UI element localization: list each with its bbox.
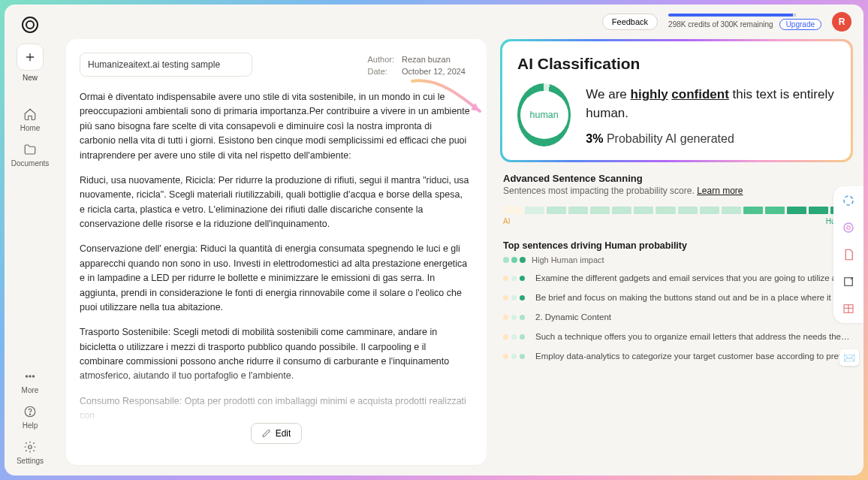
impact-dots <box>503 295 525 300</box>
credits-progress-bar <box>668 14 796 17</box>
meta-date-label: Date: <box>368 66 400 77</box>
svg-point-0 <box>26 376 27 377</box>
impact-dots <box>503 354 525 359</box>
folder-icon <box>23 143 37 156</box>
classification-title: AI Classification <box>517 55 836 73</box>
mail-chip[interactable]: ✉️ <box>839 349 859 366</box>
sentence-row[interactable]: Examine the different gadgets and email … <box>503 273 850 282</box>
sidebar-item-documents[interactable]: Documents <box>11 143 50 168</box>
spectrum-segment <box>590 207 610 214</box>
svg-point-6 <box>844 196 853 205</box>
legend-dot <box>503 257 509 263</box>
sentence-text: Be brief and focus on making the buttons… <box>535 293 850 302</box>
impact-legend: High Human impact <box>503 255 850 264</box>
upgrade-button[interactable]: Upgrade <box>779 19 821 30</box>
document-meta: Author:Rezan buzan Date:October 12, 2024 <box>366 53 473 78</box>
app-logo <box>22 17 38 33</box>
spectrum-segment <box>525 207 544 214</box>
spectrum-segment <box>634 207 653 214</box>
legend-dot <box>511 257 517 263</box>
svg-point-8 <box>847 226 851 230</box>
credits-indicator: 298K credits of 300K remaining Upgrade <box>668 14 821 30</box>
plus-icon <box>24 51 36 63</box>
svg-point-2 <box>32 376 34 377</box>
topbar: Feedback 298K credits of 300K remaining … <box>56 5 863 39</box>
sentence-row[interactable]: Be brief and focus on making the buttons… <box>503 293 850 302</box>
impact-dots <box>503 276 525 281</box>
svg-point-7 <box>844 223 853 232</box>
top-sentences-title: Top sentences driving Human probability <box>503 240 850 251</box>
pie-center-label: human <box>530 110 559 120</box>
editor-card: Author:Rezan buzan Date:October 12, 2024… <box>66 39 487 465</box>
sentence-list: Examine the different gadgets and email … <box>503 273 850 361</box>
sentence-scanning: Advanced Sentence Scanning Sentences mos… <box>500 173 853 361</box>
spectrum-segment <box>568 207 588 214</box>
meta-date-value: October 12, 2024 <box>402 66 472 77</box>
scanning-title: Advanced Sentence Scanning <box>503 173 850 184</box>
document-title-input[interactable] <box>80 53 252 77</box>
paragraph: Ormai è diventato indispensabile avere u… <box>80 90 470 163</box>
spectrum-segment <box>656 207 675 214</box>
sentence-text: Employ data-analytics to categorize your… <box>535 352 850 361</box>
classification-summary: We are highly confident this text is ent… <box>586 85 836 123</box>
rail-ai-icon[interactable] <box>842 221 855 234</box>
sidebar-item-settings[interactable]: Settings <box>17 440 44 465</box>
rail-scan-icon[interactable] <box>842 194 855 207</box>
edit-button[interactable]: Edit <box>251 423 303 444</box>
avatar[interactable]: R <box>832 12 851 32</box>
document-body: Ormai è diventato indispensabile avere u… <box>80 90 473 465</box>
impact-dots <box>503 334 525 340</box>
spectrum-segment <box>700 207 719 214</box>
new-label: New <box>23 74 38 82</box>
spectrum-segment <box>787 207 806 214</box>
edit-button-label: Edit <box>276 428 291 439</box>
tools-rail <box>833 186 863 323</box>
sentence-row[interactable]: Such a technique offers you to organize … <box>503 332 850 341</box>
spectrum-segment <box>743 207 763 214</box>
probability-spectrum <box>503 207 850 214</box>
sentence-row[interactable]: 2. Dynamic Content <box>503 312 850 322</box>
rail-document-icon[interactable] <box>842 248 855 261</box>
spectrum-segment <box>547 207 566 214</box>
sidebar-item-label: More <box>22 386 39 394</box>
spectrum-ai-label: AI <box>503 217 510 225</box>
sidebar-item-label: Documents <box>11 159 50 168</box>
svg-point-1 <box>29 376 31 377</box>
sidebar-item-more[interactable]: More <box>22 370 39 394</box>
impact-dots <box>503 315 525 320</box>
paragraph: Riduci, usa nuovamente, Ricicla: Per rid… <box>80 174 470 232</box>
sidebar-item-help[interactable]: Help <box>23 405 38 430</box>
dots-icon <box>23 370 37 383</box>
feedback-button[interactable]: Feedback <box>602 14 658 30</box>
home-icon <box>23 107 37 121</box>
sentence-row[interactable]: Employ data-analytics to categorize your… <box>503 352 850 361</box>
sidebar-item-label: Home <box>20 124 41 132</box>
sentence-text: 2. Dynamic Content <box>535 312 611 322</box>
rail-edit-icon[interactable] <box>842 275 855 288</box>
gear-icon <box>23 440 37 454</box>
rail-table-icon[interactable] <box>842 302 855 315</box>
help-icon <box>23 405 37 418</box>
spectrum-segment <box>678 207 698 214</box>
sidebar: New Home Documents More Help Settings <box>5 5 56 475</box>
sentence-text: Examine the different gadgets and email … <box>535 273 850 282</box>
sidebar-item-label: Help <box>23 421 38 430</box>
impact-legend-label: High Human impact <box>532 255 604 264</box>
spectrum-segment <box>612 207 631 214</box>
meta-author-value: Rezan buzan <box>402 54 472 65</box>
legend-dot <box>520 257 526 263</box>
paragraph: Conservazione dell' energia: Riduci la q… <box>80 242 470 315</box>
new-button[interactable] <box>17 44 44 71</box>
classification-probability: 3% Probability AI generated <box>586 132 836 146</box>
spectrum-segment <box>503 207 523 214</box>
classification-pie-chart: human <box>517 83 571 146</box>
meta-author-label: Author: <box>368 54 400 65</box>
spectrum-segment <box>722 207 741 214</box>
svg-point-4 <box>29 414 30 415</box>
spectrum-segment <box>809 207 828 214</box>
spectrum-segment <box>765 207 785 214</box>
sidebar-item-home[interactable]: Home <box>20 107 41 132</box>
learn-more-link[interactable]: Learn more <box>697 186 743 196</box>
classification-card: AI Classification human We are highly co… <box>500 39 853 162</box>
scanning-subtitle: Sentences most impacting the probability… <box>503 186 697 196</box>
